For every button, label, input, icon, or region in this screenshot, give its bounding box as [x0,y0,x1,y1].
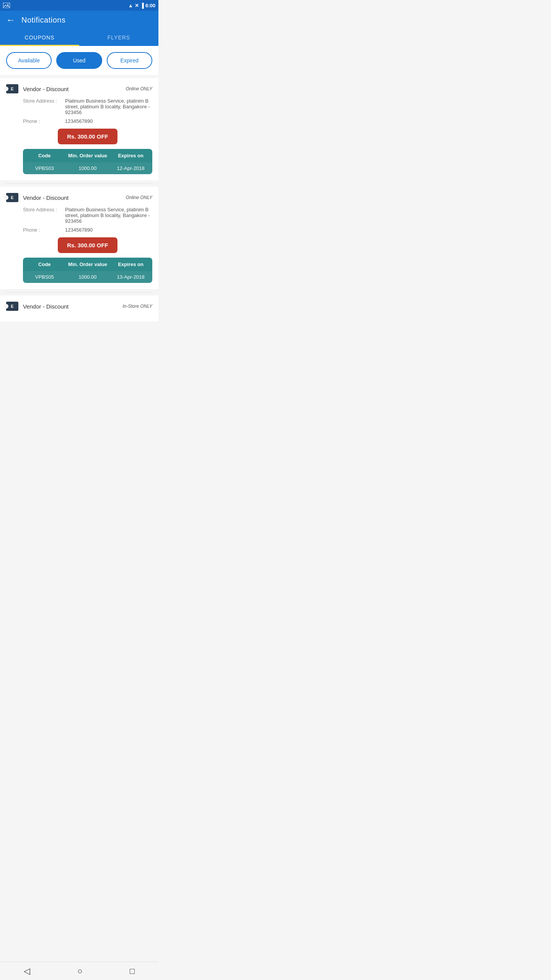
coupon-info-2: Store Address : Platinum Business Servic… [6,207,152,283]
svg-rect-0 [3,3,10,8]
phone-value-1: 1234567890 [65,118,152,124]
coupon-icon-1: E [6,84,18,93]
coupon-icon-3: E [6,302,18,311]
table-col-minorder-1: Min. Order value [66,149,109,162]
table-col-code-2: Code [23,258,66,271]
table-cell-expires-1: 12-Apr-2018 [109,162,152,174]
filter-available-button[interactable]: Available [6,52,52,69]
table-col-expires-1: Expires on [109,149,152,162]
coupon-badge-2: Online ONLY [126,195,152,200]
table-cell-code-2: VPBS05 [23,271,66,283]
tab-coupons[interactable]: COUPONS [0,29,79,46]
coupon-card-3: E Vendor - Discount In-Store ONLY [0,296,158,322]
table-data-row-2: VPBS05 1000.00 13-Apr-2018 [23,271,152,283]
coupon-title-2: Vendor - Discount [23,194,68,201]
store-address-row-1: Store Address : Platinum Business Servic… [23,98,152,115]
phone-label-2: Phone : [23,227,65,233]
phone-row-2: Phone : 1234567890 [23,227,152,233]
photo-icon [3,3,10,8]
store-address-value-1: Platinum Business Service, platinim B st… [65,98,152,115]
discount-button-1[interactable]: Rs. 300.00 OFF [58,129,117,144]
time-display: 6:00 [145,3,155,8]
back-button[interactable]: ← [6,15,15,24]
signal-icon: ✕ [135,3,139,8]
tab-bar: COUPONS FLYERS [0,29,158,46]
header: ← Notifications [0,11,158,29]
filter-expired-button[interactable]: Expired [107,52,152,69]
table-header-1: Code Min. Order value Expires on [23,149,152,162]
coupon-header-2: E Vendor - Discount Online ONLY [6,193,152,202]
coupon-header-1: E Vendor - Discount Online ONLY [6,84,152,93]
discount-button-2[interactable]: Rs. 300.00 OFF [58,237,117,253]
coupon-icon-2: E [6,193,18,202]
divider-2 [6,292,152,292]
table-cell-minorder-1: 1000.00 [66,162,109,174]
coupon-table-1: Code Min. Order value Expires on VPBS03 … [23,149,152,174]
battery-icon: ▐ [140,3,144,8]
coupon-card-1: E Vendor - Discount Online ONLY Store Ad… [0,78,158,180]
table-cell-minorder-2: 1000.00 [66,271,109,283]
table-header-2: Code Min. Order value Expires on [23,258,152,271]
coupon-header-3: E Vendor - Discount In-Store ONLY [6,302,152,311]
divider-1 [6,183,152,184]
store-address-label-2: Store Address : [23,207,65,224]
phone-row-1: Phone : 1234567890 [23,118,152,124]
coupon-info-1: Store Address : Platinum Business Servic… [6,98,152,174]
table-data-row-1: VPBS03 1000.00 12-Apr-2018 [23,162,152,174]
status-bar: ▲ ✕ ▐ 6:00 [0,0,158,11]
svg-point-1 [7,4,8,5]
coupon-header-left-1: E Vendor - Discount [6,84,68,93]
coupon-badge-1: Online ONLY [126,86,152,91]
filter-used-button[interactable]: Used [56,52,102,69]
tab-flyers[interactable]: FLYERS [79,29,158,46]
coupon-header-left-2: E Vendor - Discount [6,193,68,202]
table-cell-code-1: VPBS03 [23,162,66,174]
phone-label-1: Phone : [23,118,65,124]
coupon-header-left-3: E Vendor - Discount [6,302,68,311]
table-cell-expires-2: 13-Apr-2018 [109,271,152,283]
status-bar-left [3,3,10,8]
coupon-badge-3: In-Store ONLY [122,304,152,309]
status-bar-right: ▲ ✕ ▐ 6:00 [128,3,155,8]
coupon-table-2: Code Min. Order value Expires on VPBS05 … [23,258,152,283]
table-col-minorder-2: Min. Order value [66,258,109,271]
filter-row: Available Used Expired [0,46,158,75]
store-address-label-1: Store Address : [23,98,65,115]
coupon-title-1: Vendor - Discount [23,86,68,92]
coupon-title-3: Vendor - Discount [23,303,68,310]
wifi-icon: ▲ [128,3,133,8]
phone-value-2: 1234567890 [65,227,152,233]
coupon-card-2: E Vendor - Discount Online ONLY Store Ad… [0,187,158,289]
table-col-expires-2: Expires on [109,258,152,271]
store-address-value-2: Platinum Business Service, platinim B st… [65,207,152,224]
page-title: Notifications [21,16,65,24]
store-address-row-2: Store Address : Platinum Business Servic… [23,207,152,224]
table-col-code-1: Code [23,149,66,162]
